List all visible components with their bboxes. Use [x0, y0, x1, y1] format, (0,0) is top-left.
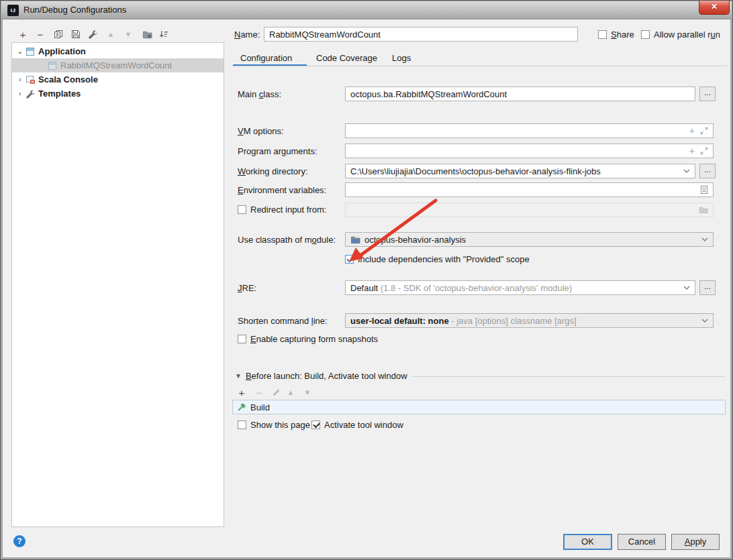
- activate-tool-window-label: Activate tool window: [324, 420, 403, 430]
- environment-variables-input[interactable]: [345, 182, 714, 197]
- allow-parallel-run-checkbox[interactable]: Allow parallel run: [641, 30, 720, 40]
- program-arguments-add-icon[interactable]: +: [689, 146, 695, 156]
- scala-console-icon: [25, 74, 36, 85]
- program-arguments-expand-icon[interactable]: [700, 147, 708, 155]
- before-launch-move-up-icon[interactable]: ▲: [285, 386, 297, 398]
- move-up-icon[interactable]: ▲: [105, 28, 117, 40]
- tree-item-rabbitmq-config[interactable]: RabbitMQStreamWordCount: [12, 58, 224, 72]
- move-down-icon[interactable]: ▼: [122, 28, 134, 40]
- before-launch-add-button[interactable]: +: [236, 386, 248, 398]
- allow-parallel-run-checkbox-box[interactable]: [641, 30, 650, 39]
- tab-code-coverage[interactable]: Code Coverage: [316, 50, 377, 66]
- configurations-tree: ⌄ Application RabbitMQStreamWordCount › …: [11, 42, 224, 527]
- vm-options-expand-icon[interactable]: [700, 127, 708, 135]
- working-directory-combo[interactable]: C:\Users\liujiajia\Documents\octopus-beh…: [345, 164, 695, 178]
- redirect-input-label: Redirect input from:: [250, 205, 326, 215]
- show-this-page-checkbox[interactable]: Show this page: [238, 420, 310, 430]
- tree-item-templates[interactable]: › Templates: [12, 87, 224, 101]
- before-launch-header[interactable]: ▼ Before launch: Build, Activate tool wi…: [235, 371, 407, 381]
- tree-item-application[interactable]: ⌄ Application: [12, 44, 224, 58]
- vm-options-input[interactable]: +: [345, 123, 714, 138]
- main-class-label: Main class:: [238, 89, 281, 99]
- environment-variables-list-icon[interactable]: [700, 185, 708, 194]
- tab-logs[interactable]: Logs: [392, 50, 411, 66]
- main-class-input[interactable]: octopus.ba.RabbitMQStreamWordCount: [345, 87, 695, 101]
- chevron-right-icon[interactable]: ›: [15, 90, 25, 97]
- chevron-down-icon[interactable]: [683, 286, 690, 290]
- jre-browse-button[interactable]: ...: [699, 280, 716, 295]
- jre-hint: (1.8 - SDK of 'octopus-behavior-analysis…: [381, 283, 572, 293]
- remove-configuration-button[interactable]: −: [34, 28, 46, 40]
- share-checkbox-box[interactable]: [598, 30, 607, 39]
- chevron-down-icon[interactable]: [683, 169, 690, 174]
- save-configuration-icon[interactable]: [70, 28, 82, 40]
- tree-item-scala-console[interactable]: › Scala Console: [12, 72, 224, 87]
- working-directory-browse-button[interactable]: ...: [699, 164, 716, 178]
- name-label: Name:: [234, 30, 260, 40]
- sort-configurations-icon[interactable]: [157, 28, 169, 40]
- tree-item-label: Application: [38, 46, 86, 56]
- edit-defaults-wrench-icon[interactable]: [87, 28, 99, 40]
- show-this-page-checkbox-box[interactable]: [238, 421, 246, 429]
- intellij-logo-icon: IJ: [7, 5, 19, 16]
- chevron-right-icon[interactable]: ›: [15, 76, 25, 83]
- main-class-browse-button[interactable]: ...: [699, 87, 716, 101]
- templates-wrench-icon: [25, 89, 36, 99]
- ok-button[interactable]: OK: [563, 534, 612, 550]
- tree-item-label: Scala Console: [38, 74, 98, 85]
- close-icon[interactable]: ✕: [699, 1, 730, 15]
- share-checkbox[interactable]: Share: [598, 30, 634, 40]
- tree-item-label: Templates: [38, 89, 81, 99]
- vm-options-add-icon[interactable]: +: [689, 125, 695, 136]
- vm-options-label: VM options:: [238, 126, 284, 136]
- folder-icon: [699, 206, 708, 214]
- tree-item-label: RabbitMQStreamWordCount: [60, 60, 172, 70]
- share-label: Share: [611, 30, 634, 40]
- name-input[interactable]: RabbitMQStreamWordCount: [264, 27, 578, 42]
- program-arguments-input[interactable]: +: [345, 144, 714, 158]
- include-provided-scope-label: Include dependencies with "Provided" sco…: [358, 254, 530, 264]
- chevron-down-icon[interactable]: [701, 237, 708, 242]
- run-debug-configurations-dialog: IJ Run/Debug Configurations ✕ + − ▲ ▼ ⌄ …: [0, 0, 733, 560]
- apply-button[interactable]: Apply: [671, 534, 720, 550]
- include-provided-scope-checkbox[interactable]: Include dependencies with "Provided" sco…: [345, 254, 530, 264]
- cancel-button[interactable]: Cancel: [618, 534, 666, 550]
- window-title: Run/Debug Configurations: [23, 1, 126, 19]
- shorten-command-line-hint: - java [options] classname [args]: [451, 316, 576, 326]
- working-directory-label: Working directory:: [238, 166, 308, 176]
- allow-parallel-run-label: Allow parallel run: [654, 30, 720, 40]
- include-provided-scope-checkbox-box[interactable]: [345, 255, 354, 264]
- activate-tool-window-checkbox[interactable]: Activate tool window: [311, 420, 403, 430]
- environment-variables-label: Environment variables:: [238, 185, 326, 195]
- form-snapshots-checkbox[interactable]: Enable capturing form snapshots: [238, 334, 378, 344]
- new-folder-icon[interactable]: [141, 28, 153, 40]
- chevron-down-icon[interactable]: [701, 319, 708, 323]
- activate-tool-window-checkbox-box[interactable]: [311, 421, 320, 429]
- section-collapse-icon[interactable]: ▼: [235, 372, 242, 380]
- main-class-value: octopus.ba.RabbitMQStreamWordCount: [350, 89, 507, 99]
- build-task-row[interactable]: Build: [233, 400, 725, 414]
- help-icon[interactable]: ?: [13, 535, 26, 547]
- titlebar[interactable]: IJ Run/Debug Configurations: [1, 1, 732, 19]
- before-launch-edit-pencil-icon[interactable]: [270, 386, 282, 398]
- module-icon: [350, 235, 360, 244]
- jre-combo[interactable]: Default (1.8 - SDK of 'octopus-behavior-…: [345, 280, 695, 295]
- build-task-label: Build: [250, 402, 270, 412]
- jre-value: Default: [350, 283, 378, 293]
- build-hammer-icon: [236, 402, 246, 412]
- shorten-command-line-combo[interactable]: user-local default: none - java [options…: [345, 313, 714, 328]
- redirect-input-field: [345, 203, 714, 217]
- add-configuration-button[interactable]: +: [17, 28, 29, 40]
- jre-label: JRE:: [238, 283, 256, 293]
- before-launch-remove-button[interactable]: −: [253, 386, 265, 398]
- redirect-input-checkbox[interactable]: Redirect input from:: [238, 205, 326, 215]
- before-launch-move-down-icon[interactable]: ▼: [301, 386, 313, 398]
- module-combo[interactable]: octopus-behavior-analysis: [345, 232, 714, 247]
- copy-configuration-icon[interactable]: [52, 28, 64, 40]
- form-snapshots-checkbox-box[interactable]: [238, 335, 246, 343]
- show-this-page-label: Show this page: [250, 420, 310, 430]
- redirect-input-checkbox-box[interactable]: [238, 205, 246, 214]
- before-launch-task-list: Build: [232, 400, 726, 414]
- chevron-down-icon[interactable]: ⌄: [15, 48, 25, 55]
- before-launch-title: Before launch: Build, Activate tool wind…: [246, 371, 407, 381]
